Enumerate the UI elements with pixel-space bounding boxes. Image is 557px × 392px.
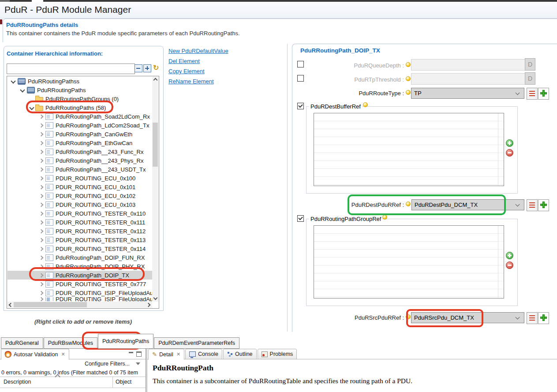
- tab-problems[interactable]: Problems: [258, 349, 297, 359]
- view-menu-chevron-icon[interactable]: [136, 362, 140, 365]
- expand-chevron-icon[interactable]: [38, 210, 45, 217]
- expand-chevron-icon[interactable]: [38, 157, 45, 164]
- tree-item[interactable]: PduRRoutingPath__243_Phys_Rx: [7, 156, 152, 165]
- tree-item[interactable]: PduRRoutingPath_DOIP_PHY_RX: [7, 262, 152, 271]
- remove-reference-icon[interactable]: [506, 261, 513, 269]
- refresh-icon[interactable]: ↻: [153, 64, 159, 71]
- tp-threshold-checkbox[interactable]: [297, 75, 304, 82]
- maximize-view-icon[interactable]: [136, 351, 142, 356]
- editor-tab-pdurdemeventparameterrefs[interactable]: PduRDemEventParameterRefs: [154, 337, 239, 349]
- tree-item[interactable]: PduRRoutingPathss: [7, 77, 152, 86]
- src-pdu-ref-add-button[interactable]: [538, 312, 549, 324]
- expand-chevron-icon[interactable]: [38, 281, 45, 287]
- expand-chevron-icon[interactable]: [38, 113, 45, 120]
- route-type-dropdown[interactable]: TP: [411, 88, 524, 99]
- tree-item[interactable]: PduRRoutingPath__243_Func_Rx: [7, 147, 152, 156]
- tp-threshold-default-button[interactable]: D: [525, 72, 535, 85]
- tree-item[interactable]: PDUR_ROUTING_TESTER_0x114: [7, 244, 152, 253]
- src-pdu-ref-dropdown[interactable]: PduRSrcPdu_DCM_TX: [411, 312, 524, 323]
- tree-item[interactable]: PDUR_ROUTING_TESTER_0x110: [7, 209, 152, 218]
- close-icon[interactable]: ✕: [61, 351, 65, 357]
- tree-item[interactable]: PduRRoutingPath__243_USDT_Tx: [7, 165, 152, 174]
- queue-depth-default-button[interactable]: D: [525, 58, 535, 71]
- expand-chevron-icon[interactable]: [38, 228, 45, 235]
- tab-autosar-validation[interactable]: Autosar Validation ✕: [1, 349, 69, 360]
- tree-item[interactable]: PDUR_ROUTING_ISIP_FileUploadAuth: [7, 297, 152, 301]
- add-reference-icon[interactable]: [506, 139, 513, 147]
- src-pdu-ref-list-button[interactable]: [527, 312, 538, 324]
- action-link[interactable]: ReName Element: [168, 78, 228, 85]
- panel-sash[interactable]: [287, 44, 288, 332]
- action-link[interactable]: Copy Element: [168, 68, 228, 75]
- scroll-left-icon[interactable]: [9, 303, 13, 307]
- tree-item[interactable]: PDUR_ROUTING_ECU_0x103: [7, 200, 152, 209]
- close-icon[interactable]: ✕: [176, 351, 180, 357]
- tree-item[interactable]: PDUR_ROUTING_TESTER_0x777: [7, 280, 152, 288]
- tab-detail[interactable]: ✎Detail✕: [148, 349, 184, 360]
- configure-filters-button[interactable]: Configure Filters...: [85, 361, 130, 367]
- expand-chevron-icon[interactable]: [29, 105, 35, 111]
- routing-path-group-ref-list[interactable]: [314, 225, 504, 299]
- tree-item[interactable]: PduRRoutingPaths: [7, 86, 152, 94]
- dest-buffer-ref-list[interactable]: [314, 113, 504, 186]
- tree-horizontal-scrollbar[interactable]: [7, 302, 152, 308]
- queue-depth-input[interactable]: [411, 59, 525, 71]
- add-reference-icon[interactable]: [506, 252, 513, 259]
- scroll-up-icon[interactable]: [153, 78, 158, 82]
- tree-item[interactable]: PduRRoutingPath_Soad2LdCom_Rx: [7, 112, 152, 121]
- dest-pdu-ref-dropdown[interactable]: PduRDestPdu_DCM_TX: [411, 199, 524, 210]
- tree-item[interactable]: PDUR_ROUTING_ISIP_FileUploadAuth: [7, 288, 152, 297]
- expand-chevron-icon[interactable]: [38, 246, 45, 252]
- tree-vertical-scrollbar[interactable]: [152, 77, 158, 302]
- expand-chevron-icon[interactable]: [38, 237, 45, 243]
- expand-chevron-icon[interactable]: [38, 193, 45, 199]
- expand-chevron-icon[interactable]: [38, 219, 45, 226]
- tree-item[interactable]: PduRRoutingPaths (58): [7, 103, 152, 112]
- expand-chevron-icon[interactable]: [38, 122, 45, 129]
- route-type-add-button[interactable]: [538, 88, 549, 100]
- column-header-description[interactable]: Description: [4, 379, 31, 385]
- action-link[interactable]: New PduRDefaultValue: [168, 48, 228, 54]
- expand-chevron-icon[interactable]: [19, 87, 26, 93]
- routing-path-group-ref-checkbox[interactable]: [297, 215, 304, 222]
- expand-chevron-icon[interactable]: [38, 202, 45, 208]
- expand-all-button[interactable]: [143, 64, 151, 72]
- editor-tab-pdurbswmodules[interactable]: PduRBswModules: [44, 337, 97, 349]
- expand-chevron-icon[interactable]: [38, 149, 45, 155]
- tree-item[interactable]: PduRRoutingPath_EthGwCan: [7, 138, 152, 147]
- tree-item[interactable]: PDUR_ROUTING_ECU_0x100: [7, 174, 152, 183]
- tp-threshold-input[interactable]: [411, 73, 525, 85]
- editor-tab-pdurgeneral[interactable]: PduRGeneral: [1, 337, 43, 349]
- remove-reference-icon[interactable]: [506, 149, 513, 157]
- column-header-object[interactable]: Object: [116, 379, 131, 385]
- dest-pdu-ref-list-button[interactable]: [527, 199, 538, 211]
- tree-filter-input[interactable]: [7, 63, 135, 74]
- tree-item[interactable]: PduRRoutingPathGroups (0): [7, 94, 152, 103]
- action-link[interactable]: Del Element: [168, 58, 228, 64]
- tree-item[interactable]: PDUR_ROUTING_TESTER_0x113: [7, 235, 152, 244]
- tab-outline[interactable]: Outline: [223, 349, 257, 359]
- expand-chevron-icon[interactable]: [38, 184, 45, 190]
- tree-item[interactable]: PduRRoutingPath_CanGwEth: [7, 130, 152, 138]
- tab-console[interactable]: Console: [185, 349, 222, 359]
- expand-chevron-icon[interactable]: [38, 297, 45, 301]
- expand-chevron-icon[interactable]: [38, 263, 45, 270]
- tree-hscroll-thumb[interactable]: [14, 302, 87, 307]
- editor-tab-pdurroutingpaths[interactable]: PduRRoutingPaths: [98, 334, 153, 349]
- expand-chevron-icon[interactable]: [38, 254, 45, 261]
- tree-item[interactable]: PDUR_ROUTING_ECU_0x101: [7, 183, 152, 191]
- expand-chevron-icon[interactable]: [38, 290, 45, 296]
- tree-item[interactable]: PduRRoutingPath_DOIP_FUN_RX: [7, 253, 152, 262]
- collapse-all-button[interactable]: [135, 64, 142, 72]
- dest-pdu-ref-add-button[interactable]: [538, 199, 549, 211]
- route-type-list-button[interactable]: [527, 88, 538, 100]
- expand-chevron-icon[interactable]: [38, 166, 45, 173]
- expand-chevron-icon[interactable]: [38, 131, 45, 138]
- tree-item[interactable]: PDUR_ROUTING_ECU_0x102: [7, 191, 152, 200]
- expand-chevron-icon[interactable]: [38, 272, 45, 279]
- expand-chevron-icon[interactable]: [10, 78, 17, 85]
- scroll-right-icon[interactable]: [146, 303, 151, 307]
- tree-item[interactable]: PduRRoutingPath_DOIP_TX: [7, 271, 152, 280]
- expand-chevron-icon[interactable]: [38, 140, 45, 146]
- column-divider[interactable]: [112, 377, 113, 388]
